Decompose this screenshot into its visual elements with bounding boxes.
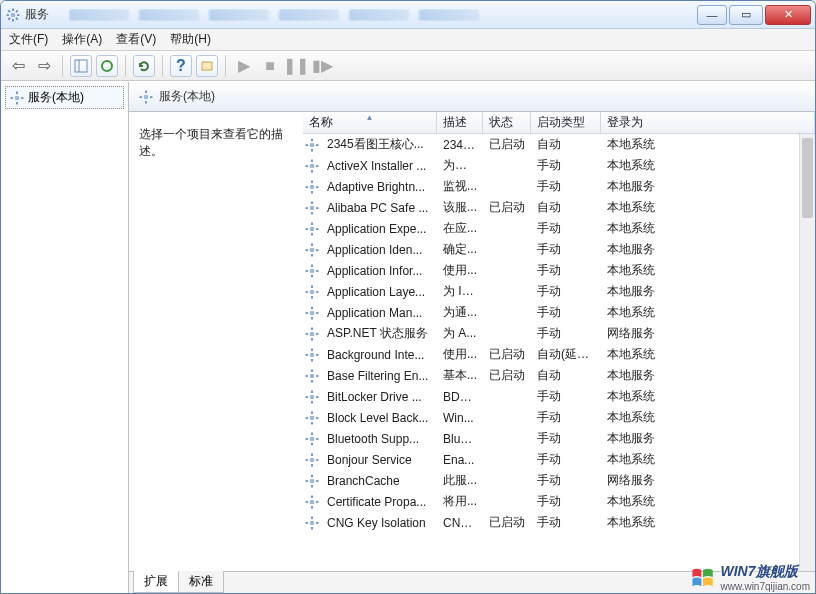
service-row[interactable]: Adaptive Brightn... 监视... 手动 本地服务 xyxy=(303,176,799,197)
service-logon: 本地系统 xyxy=(601,262,799,279)
gear-icon xyxy=(303,222,321,236)
service-startup: 手动 xyxy=(531,178,601,195)
col-startup[interactable]: 启动类型 xyxy=(531,112,601,133)
detail-title: 服务(本地) xyxy=(159,88,215,105)
service-desc: Blue... xyxy=(437,432,483,446)
service-status: 已启动 xyxy=(483,346,531,363)
menu-action[interactable]: 操作(A) xyxy=(62,31,102,48)
service-name: Application Infor... xyxy=(321,264,437,278)
service-name: ASP.NET 状态服务 xyxy=(321,325,437,342)
service-row[interactable]: CNG Key Isolation CNG... 已启动 手动 本地系统 xyxy=(303,512,799,533)
service-row[interactable]: BitLocker Drive ... BDE... 手动 本地系统 xyxy=(303,386,799,407)
service-row[interactable]: BranchCache 此服... 手动 网络服务 xyxy=(303,470,799,491)
service-row[interactable]: Certificate Propa... 将用... 手动 本地系统 xyxy=(303,491,799,512)
svg-line-8 xyxy=(16,10,18,12)
restart-service-button[interactable]: ▮▶ xyxy=(311,55,333,77)
start-service-button[interactable]: ▶ xyxy=(233,55,255,77)
description-prompt: 选择一个项目来查看它的描述。 xyxy=(139,127,283,158)
service-startup: 手动 xyxy=(531,451,601,468)
service-name: Application Man... xyxy=(321,306,437,320)
gear-icon xyxy=(303,369,321,383)
refresh-button[interactable] xyxy=(133,55,155,77)
service-logon: 本地系统 xyxy=(601,409,799,426)
service-status: 已启动 xyxy=(483,514,531,531)
col-status[interactable]: 状态 xyxy=(483,112,531,133)
service-desc: CNG... xyxy=(437,516,483,530)
pause-service-button[interactable]: ❚❚ xyxy=(285,55,307,77)
back-button[interactable]: ⇦ xyxy=(7,55,29,77)
properties-button[interactable] xyxy=(196,55,218,77)
gear-icon xyxy=(303,159,321,173)
service-logon: 本地系统 xyxy=(601,346,799,363)
service-startup: 手动 xyxy=(531,325,601,342)
service-logon: 本地系统 xyxy=(601,304,799,321)
service-logon: 本地服务 xyxy=(601,178,799,195)
service-row[interactable]: ActiveX Installer ... 为从 ... 手动 本地系统 xyxy=(303,155,799,176)
scrollbar-thumb[interactable] xyxy=(802,138,813,218)
service-row[interactable]: Background Inte... 使用... 已启动 自动(延迟... 本地… xyxy=(303,344,799,365)
service-desc: BDE... xyxy=(437,390,483,404)
separator xyxy=(162,55,163,77)
vertical-scrollbar[interactable] xyxy=(799,134,815,571)
service-logon: 本地服务 xyxy=(601,430,799,447)
service-row[interactable]: Bonjour Service Ena... 手动 本地系统 xyxy=(303,449,799,470)
svg-point-78 xyxy=(310,373,315,378)
svg-line-7 xyxy=(8,17,10,19)
gear-icon xyxy=(303,264,321,278)
menu-view[interactable]: 查看(V) xyxy=(116,31,156,48)
show-hide-tree-button[interactable] xyxy=(70,55,92,77)
close-button[interactable]: ✕ xyxy=(765,5,811,25)
service-row[interactable]: Application Expe... 在应... 手动 本地系统 xyxy=(303,218,799,239)
titlebar[interactable]: 服务 — ▭ ✕ xyxy=(1,1,815,29)
help-button[interactable]: ? xyxy=(170,55,192,77)
minimize-button[interactable]: — xyxy=(697,5,727,25)
svg-rect-9 xyxy=(75,60,87,72)
col-name[interactable]: 名称 xyxy=(303,112,437,133)
menu-file[interactable]: 文件(F) xyxy=(9,31,48,48)
service-logon: 本地系统 xyxy=(601,388,799,405)
service-row[interactable]: 2345看图王核心... 2345... 已启动 自动 本地系统 xyxy=(303,134,799,155)
service-startup: 手动 xyxy=(531,220,601,237)
service-row[interactable]: ASP.NET 状态服务 为 A... 手动 网络服务 xyxy=(303,323,799,344)
export-list-button[interactable] xyxy=(96,55,118,77)
gear-icon xyxy=(303,411,321,425)
service-status: 已启动 xyxy=(483,199,531,216)
service-list: 名称 描述 状态 启动类型 登录为 2345看图王核心... 2345... 已… xyxy=(303,112,815,571)
col-desc[interactable]: 描述 xyxy=(437,112,483,133)
service-startup: 手动 xyxy=(531,388,601,405)
service-row[interactable]: Application Laye... 为 In... 手动 本地服务 xyxy=(303,281,799,302)
gear-icon xyxy=(303,201,321,215)
service-desc: Win... xyxy=(437,411,483,425)
service-row[interactable]: Application Man... 为通... 手动 本地系统 xyxy=(303,302,799,323)
menu-help[interactable]: 帮助(H) xyxy=(170,31,211,48)
col-logon[interactable]: 登录为 xyxy=(601,112,815,133)
maximize-button[interactable]: ▭ xyxy=(729,5,763,25)
svg-point-33 xyxy=(310,184,315,189)
service-row[interactable]: Bluetooth Supp... Blue... 手动 本地服务 xyxy=(303,428,799,449)
service-row[interactable]: Application Iden... 确定... 手动 本地服务 xyxy=(303,239,799,260)
stop-service-button[interactable]: ■ xyxy=(259,55,281,77)
service-desc: 该服... xyxy=(437,199,483,216)
service-name: Application Iden... xyxy=(321,243,437,257)
svg-line-6 xyxy=(16,17,18,19)
tree-root-item[interactable]: 服务(本地) xyxy=(5,86,124,109)
service-logon: 网络服务 xyxy=(601,325,799,342)
service-row[interactable]: Base Filtering En... 基本... 已启动 自动 本地服务 xyxy=(303,365,799,386)
service-row[interactable]: Block Level Back... Win... 手动 本地系统 xyxy=(303,407,799,428)
svg-point-11 xyxy=(102,61,112,71)
svg-point-13 xyxy=(15,95,20,100)
service-row[interactable]: Alibaba PC Safe ... 该服... 已启动 自动 本地系统 xyxy=(303,197,799,218)
svg-point-48 xyxy=(310,247,315,252)
separator xyxy=(225,55,226,77)
tab-extended[interactable]: 扩展 xyxy=(133,571,179,593)
service-row[interactable]: Application Infor... 使用... 手动 本地系统 xyxy=(303,260,799,281)
service-name: Base Filtering En... xyxy=(321,369,437,383)
gear-icon xyxy=(303,348,321,362)
background-tabs xyxy=(69,9,695,21)
forward-button[interactable]: ⇨ xyxy=(33,55,55,77)
tab-standard[interactable]: 标准 xyxy=(178,571,224,593)
svg-point-68 xyxy=(310,331,315,336)
separator xyxy=(62,55,63,77)
service-name: Bluetooth Supp... xyxy=(321,432,437,446)
svg-rect-12 xyxy=(202,62,212,70)
